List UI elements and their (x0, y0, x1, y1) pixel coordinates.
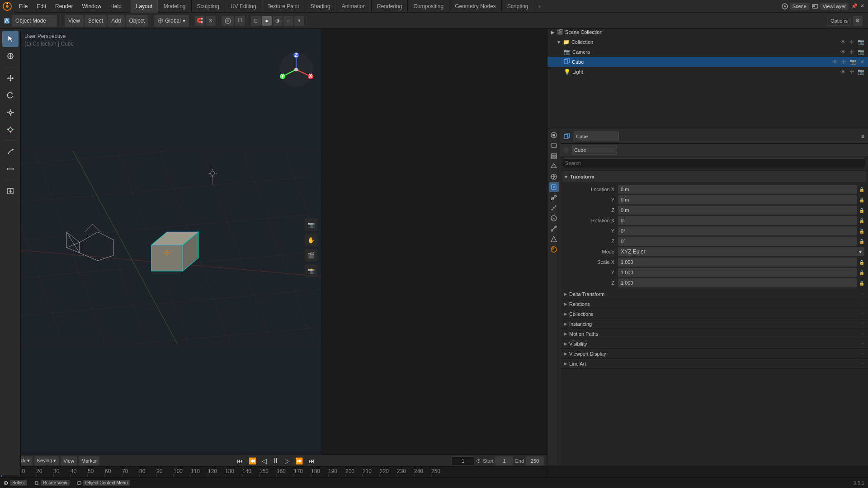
scale-y-value[interactable]: 1.000 (618, 268, 857, 277)
shading-dropdown[interactable]: ▾ (294, 16, 304, 26)
location-z-lock[interactable]: 🔒 (859, 208, 864, 213)
outliner-collection[interactable]: ▼ 📁 Collection 👁 ✛ 📷 (547, 37, 868, 47)
object-name-field[interactable] (574, 131, 619, 141)
props-particles-icon[interactable] (549, 203, 559, 213)
prev-keyframe-button[interactable]: ⏪ (247, 457, 258, 465)
tab-layout[interactable]: Layout (131, 0, 158, 13)
hand-tool-icon[interactable]: ✋ (305, 234, 317, 246)
collection-visibility-icon[interactable]: 👁 (840, 39, 846, 45)
next-keyframe-button[interactable]: ⏩ (293, 457, 305, 465)
camera-view-icon[interactable]: 📷 (305, 218, 317, 231)
visibility-section[interactable]: ▶ Visibility ⋯ (560, 339, 868, 349)
outliner-camera[interactable]: 📷 Camera 👁 ✛ 📷 (547, 47, 868, 57)
menu-render[interactable]: Render (51, 0, 77, 13)
render-preview-icon[interactable]: 🎬 (305, 249, 317, 262)
tab-sculpting[interactable]: Sculpting (192, 0, 225, 13)
tab-rendering[interactable]: Rendering (372, 0, 408, 13)
scale-z-value[interactable]: 1.000 (618, 278, 857, 287)
props-scene-icon[interactable] (549, 161, 559, 171)
cube-selectability-icon[interactable]: ✛ (841, 59, 846, 65)
overlay-icon[interactable] (222, 16, 234, 26)
props-constraints-icon[interactable] (549, 224, 559, 234)
options-button[interactable]: Options (827, 16, 851, 26)
current-frame-input[interactable] (452, 456, 474, 465)
play-pause-button[interactable]: ⏸ (270, 457, 281, 465)
properties-search[interactable] (563, 158, 865, 168)
outliner-light[interactable]: 💡 Light 👁 ✛ 📷 (547, 67, 868, 77)
props-options-icon[interactable]: ≡ (861, 133, 864, 140)
collection-selectability-icon[interactable]: ✛ (849, 39, 854, 45)
rotation-z-value[interactable]: 0° (618, 237, 857, 246)
props-output-icon[interactable] (549, 141, 559, 150)
rotation-y-value[interactable]: 0° (618, 226, 857, 235)
collections-section[interactable]: ▶ Collections ⋯ (560, 309, 868, 319)
xray-icon[interactable]: ☐ (235, 16, 245, 26)
props-material-icon[interactable] (549, 244, 559, 254)
object-menu[interactable]: Object (126, 15, 149, 27)
add-cube-tool[interactable] (2, 183, 19, 199)
tab-animation[interactable]: Animation (336, 0, 372, 13)
rotation-z-lock[interactable]: 🔒 (859, 239, 864, 244)
move-tool[interactable] (2, 70, 19, 86)
camera-render-icon[interactable]: 📷 (858, 49, 864, 55)
select-tool[interactable] (2, 31, 19, 47)
jump-start-button[interactable]: ⏮ (235, 457, 245, 465)
timeline-view-btn[interactable]: View (61, 456, 77, 465)
solid-shading[interactable]: ● (262, 16, 272, 26)
transform-space[interactable]: Global ▾ (154, 15, 189, 27)
motion-paths-section[interactable]: ▶ Motion Paths ⋯ (560, 329, 868, 339)
wireframe-shading[interactable]: ◻ (251, 16, 261, 26)
props-render-icon[interactable] (549, 130, 559, 140)
rotate-tool[interactable] (2, 87, 19, 103)
scale-x-value[interactable]: 1.000 (618, 258, 857, 267)
scale-z-lock[interactable]: 🔒 (859, 281, 864, 286)
collection-render-icon[interactable]: 📷 (858, 39, 864, 45)
tab-modeling[interactable]: Modeling (158, 0, 192, 13)
viewport-display-section[interactable]: ▶ Viewport Display ⋯ (560, 349, 868, 359)
tab-geometry-nodes[interactable]: Geometry Nodes (449, 0, 502, 13)
add-workspace-tab[interactable]: + (534, 3, 545, 9)
camera-visibility-icon[interactable]: 👁 (840, 49, 846, 55)
props-data-icon[interactable] (549, 234, 559, 244)
scene-close-icon[interactable]: ✕ (860, 3, 864, 9)
cursor-tool[interactable] (2, 48, 19, 64)
tab-texture-paint[interactable]: Texture Paint (262, 0, 305, 13)
play-forward-button[interactable]: ▷ (283, 457, 292, 465)
camera-selectability-icon[interactable]: ✛ (849, 49, 854, 55)
measure-tool[interactable] (2, 161, 19, 177)
material-shading[interactable]: ◑ (273, 16, 283, 26)
location-x-value[interactable]: 0 m (618, 185, 857, 194)
location-y-lock[interactable]: 🔒 (859, 197, 864, 202)
start-frame-input[interactable] (495, 456, 513, 465)
props-world-icon[interactable] (549, 172, 559, 182)
timeline-marker-menu[interactable]: Marker (79, 456, 99, 465)
viewlayer-selector[interactable]: ViewLayer (820, 3, 849, 10)
scale-y-lock[interactable]: 🔒 (859, 270, 864, 275)
location-y-value[interactable]: 0 m (618, 195, 857, 204)
viewport-camera-icon[interactable]: 📸 (305, 264, 317, 277)
scene-selector[interactable]: Scene (790, 3, 809, 10)
snap-icon[interactable]: 🧲 (195, 16, 205, 26)
tab-uv-editing[interactable]: UV Editing (225, 0, 262, 13)
cube-visibility-icon[interactable]: 👁 (832, 59, 838, 65)
render-shading[interactable]: ○ (283, 16, 293, 26)
transform-section-header[interactable]: ▼ Transform (562, 171, 866, 182)
viewport-gizmo[interactable]: Z X Y (278, 52, 314, 88)
add-menu[interactable]: Add (108, 15, 124, 27)
rotation-x-lock[interactable]: 🔒 (859, 218, 864, 223)
jump-end-button[interactable]: ⏭ (307, 457, 316, 465)
props-view-layer-icon[interactable] (549, 151, 559, 161)
props-physics-icon[interactable] (549, 213, 559, 223)
transform-tool[interactable] (2, 122, 19, 138)
tab-scripting[interactable]: Scripting (502, 0, 534, 13)
active-data-field[interactable] (572, 145, 617, 155)
light-selectability-icon[interactable]: ✛ (849, 69, 854, 75)
location-z-value[interactable]: 0 m (618, 206, 857, 215)
end-frame-input[interactable] (526, 456, 544, 465)
rotation-x-value[interactable]: 0° (618, 216, 857, 225)
menu-edit[interactable]: Edit (32, 0, 51, 13)
menu-window[interactable]: Window (77, 0, 106, 13)
tab-compositing[interactable]: Compositing (408, 0, 449, 13)
menu-file[interactable]: File (14, 0, 32, 13)
props-object-icon[interactable] (549, 182, 559, 192)
